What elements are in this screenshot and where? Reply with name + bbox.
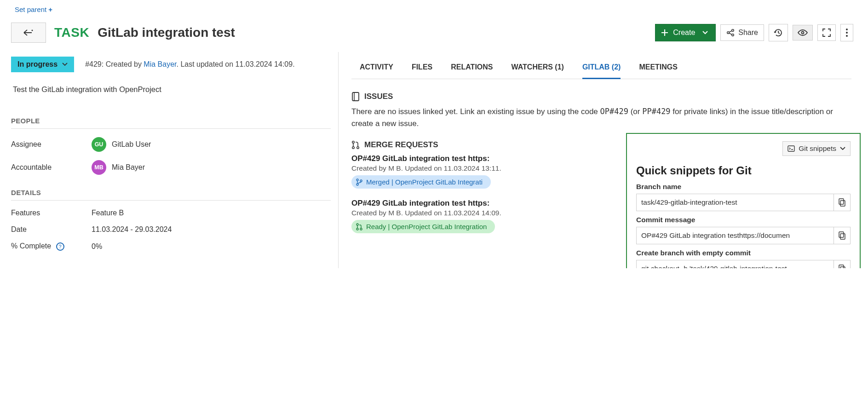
svg-point-10 bbox=[352, 147, 354, 149]
tab-watchers[interactable]: WATCHERS (1) bbox=[512, 61, 564, 79]
assignee-label: Assignee bbox=[11, 140, 92, 149]
set-parent-link[interactable]: Set parent + bbox=[11, 4, 56, 15]
author-link[interactable]: Mia Bayer bbox=[144, 60, 176, 68]
svg-point-4 bbox=[802, 32, 804, 34]
svg-point-5 bbox=[846, 29, 848, 30]
fullscreen-button[interactable] bbox=[817, 24, 836, 41]
section-people: PEOPLE bbox=[11, 117, 331, 125]
chevron-down-icon bbox=[702, 31, 708, 35]
svg-point-16 bbox=[356, 228, 358, 230]
svg-point-11 bbox=[357, 147, 359, 149]
svg-rect-23 bbox=[840, 267, 845, 268]
description[interactable]: Test the GitLab integration with OpenPro… bbox=[13, 85, 331, 94]
svg-rect-8 bbox=[352, 92, 359, 101]
activity-timer-button[interactable] bbox=[769, 24, 788, 41]
terminal-icon bbox=[788, 145, 795, 152]
plus-icon bbox=[661, 29, 668, 36]
set-parent-label: Set parent bbox=[15, 6, 46, 13]
history-icon bbox=[774, 28, 783, 37]
copy-icon bbox=[839, 198, 846, 207]
issues-empty-text: There are no issues linked yet. Link an … bbox=[351, 106, 851, 129]
watch-button[interactable] bbox=[793, 25, 813, 40]
svg-point-12 bbox=[356, 179, 358, 181]
toolbar: Create Share bbox=[655, 24, 861, 41]
more-menu-button[interactable] bbox=[840, 24, 853, 41]
status-dropdown[interactable]: In progress bbox=[11, 57, 74, 72]
svg-point-9 bbox=[352, 141, 354, 143]
help-icon[interactable]: ? bbox=[56, 242, 64, 251]
svg-point-3 bbox=[732, 34, 734, 36]
branch-icon bbox=[356, 178, 362, 186]
svg-rect-22 bbox=[839, 232, 844, 237]
tab-relations[interactable]: RELATIONS bbox=[451, 61, 493, 79]
mr-status-pill: Merged | OpenProject GitLab Integrati bbox=[351, 175, 491, 189]
branch-name-input[interactable]: task/429-gitlab-integration-test bbox=[636, 194, 834, 211]
section-details: DETAILS bbox=[11, 189, 331, 196]
avatar: GU bbox=[92, 137, 106, 152]
expand-icon bbox=[822, 29, 831, 37]
tab-meetings[interactable]: MEETINGS bbox=[639, 61, 678, 79]
date-label: Date bbox=[11, 225, 92, 234]
tab-files[interactable]: FILES bbox=[412, 61, 432, 79]
assignee-row: Assignee GU GitLab User bbox=[11, 137, 331, 152]
svg-point-2 bbox=[732, 29, 734, 31]
create-button[interactable]: Create bbox=[655, 24, 716, 41]
divider bbox=[11, 128, 331, 129]
meta-info: #429: Created by Mia Bayer. Last updated… bbox=[85, 60, 294, 69]
percent-row: % Complete ? 0% bbox=[11, 242, 331, 251]
create-label: Create bbox=[673, 29, 695, 37]
features-value[interactable]: Feature B bbox=[92, 209, 124, 217]
copy-branch-button[interactable] bbox=[834, 194, 851, 211]
tabs-panel: ACTIVITY FILES RELATIONS WATCHERS (1) GI… bbox=[339, 52, 861, 268]
snippets-title: Quick snippets for Git bbox=[636, 156, 851, 177]
accountable-value[interactable]: Mia Bayer bbox=[112, 163, 145, 172]
plus-icon: + bbox=[48, 6, 52, 13]
avatar: MB bbox=[92, 160, 106, 175]
svg-rect-20 bbox=[839, 199, 844, 204]
details-panel: In progress #429: Created by Mia Bayer. … bbox=[7, 52, 339, 268]
share-button[interactable]: Share bbox=[720, 24, 764, 41]
svg-point-6 bbox=[846, 32, 848, 34]
svg-point-14 bbox=[360, 180, 362, 182]
work-package-title[interactable]: GitLab integration test bbox=[98, 25, 235, 40]
svg-rect-19 bbox=[840, 201, 845, 206]
features-row: Features Feature B bbox=[11, 209, 331, 217]
title-row: TASK GitLab integration test Create Shar… bbox=[11, 23, 861, 43]
status-label: In progress bbox=[17, 60, 57, 69]
percent-value[interactable]: 0% bbox=[92, 242, 102, 251]
features-label: Features bbox=[11, 209, 92, 217]
back-button[interactable] bbox=[11, 23, 46, 43]
copy-icon bbox=[839, 265, 846, 268]
tab-gitlab[interactable]: GITLAB (2) bbox=[582, 61, 621, 79]
svg-point-13 bbox=[356, 184, 358, 185]
merge-request-icon bbox=[351, 140, 360, 150]
copy-commit-button[interactable] bbox=[834, 227, 851, 244]
percent-label: % Complete ? bbox=[11, 242, 92, 251]
git-snippets-dropdown[interactable]: Git snippets bbox=[782, 141, 851, 156]
kebab-icon bbox=[845, 28, 848, 37]
svg-rect-18 bbox=[788, 146, 794, 151]
date-row: Date 11.03.2024 - 29.03.2024 bbox=[11, 225, 331, 234]
svg-point-7 bbox=[846, 35, 848, 37]
assignee-value[interactable]: GitLab User bbox=[112, 140, 151, 149]
accountable-row: Accountable MB Mia Bayer bbox=[11, 160, 331, 175]
create-branch-label: Create branch with empty commit bbox=[636, 249, 851, 257]
merge-request-icon bbox=[356, 223, 362, 230]
issues-header: ISSUES bbox=[351, 92, 851, 101]
create-branch-input[interactable]: git checkout -b 'task/429-gitlab-integra… bbox=[636, 260, 834, 268]
date-value[interactable]: 11.03.2024 - 29.03.2024 bbox=[92, 225, 172, 234]
commit-message-input[interactable]: OP#429 GitLab integration testhttps://do… bbox=[636, 227, 834, 244]
copy-icon bbox=[839, 231, 846, 240]
svg-point-0 bbox=[32, 30, 33, 31]
share-label: Share bbox=[738, 29, 758, 37]
tab-activity[interactable]: ACTIVITY bbox=[360, 61, 393, 79]
mr-status-pill: Ready | OpenProject GitLab Integration bbox=[351, 220, 495, 233]
chevron-down-icon bbox=[62, 63, 68, 66]
svg-rect-21 bbox=[840, 234, 845, 239]
accountable-label: Accountable bbox=[11, 163, 92, 172]
share-icon bbox=[726, 29, 735, 37]
copy-create-branch-button[interactable] bbox=[834, 260, 851, 268]
git-snippets-panel: Git snippets Quick snippets for Git Bran… bbox=[626, 133, 861, 268]
svg-point-1 bbox=[727, 32, 729, 34]
svg-point-17 bbox=[360, 228, 362, 230]
